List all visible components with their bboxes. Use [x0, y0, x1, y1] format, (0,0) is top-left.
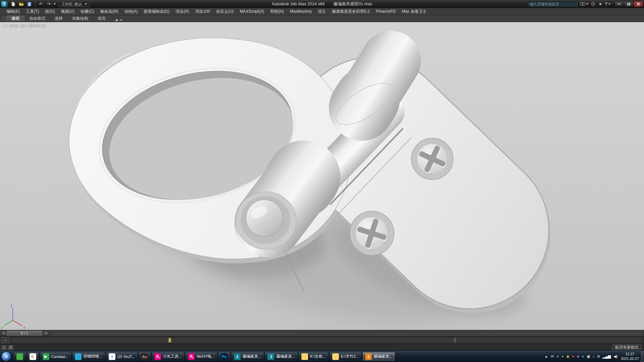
tray-icon[interactable]: ♪	[593, 355, 595, 358]
viewport-label-menu[interactable]: [+] [透视] [默认明暗处理]	[3, 23, 46, 28]
taskbar-button[interactable]	[14, 352, 26, 361]
menu-item[interactable]: PhoenixFD	[373, 8, 399, 15]
tray-icon[interactable]: ●	[556, 355, 559, 358]
taskbar-button[interactable]: 丸 №247电...	[185, 352, 217, 361]
tray-icon[interactable]: ◀)	[613, 355, 617, 358]
favorites-button[interactable]: ★	[597, 1, 603, 7]
previous-frame-button[interactable]: <	[1, 331, 7, 336]
track-bar: ~ 1	[0, 336, 644, 344]
model-screw-top	[411, 138, 453, 180]
menu-item[interactable]: 渲染100	[192, 8, 213, 15]
taskbar-button[interactable]: 3 藤编家具...	[265, 352, 298, 361]
taskbar-button[interactable]: 哔哩哔哩...	[72, 352, 105, 361]
mini-curve-editor-button[interactable]: ~	[1, 337, 10, 343]
ribbon-tab[interactable]: 自由形式	[24, 15, 50, 22]
taskbar-button[interactable]: Au	[139, 352, 151, 361]
taskbar-button-label: 小丸工具...	[163, 354, 182, 359]
tray-icon[interactable]: ▲	[544, 355, 548, 358]
3dsmax-app-menu-button[interactable]: 3	[1, 1, 8, 7]
redo-button[interactable]: ↷	[45, 1, 52, 7]
menu-item[interactable]: 帮助(H)	[267, 8, 287, 15]
axis-x-label: x	[23, 325, 26, 329]
tray-icon[interactable]: ▂▄▆	[602, 355, 611, 358]
track-bar-ruler[interactable]: 1	[11, 337, 643, 343]
ribbon-tab[interactable]: 对象绘制	[67, 15, 93, 22]
taskbar-button[interactable]: 丸 小丸工具...	[152, 352, 185, 361]
search-button[interactable]	[580, 1, 589, 7]
show-desktop-button[interactable]	[640, 351, 644, 362]
workspace-dropdown-icon	[85, 3, 87, 5]
title-bar: 3 ↶ ↷ 工作区: 默认 Autodesk 3ds Max 2014 x64 …	[0, 0, 644, 8]
taskbar-app-icon: 丸	[154, 353, 161, 360]
taskbar-button[interactable]: K:\古色...	[299, 352, 329, 361]
taskbar-button[interactable]: ▶ Camtasi...	[40, 352, 71, 361]
taskbar-button[interactable]: Ps	[218, 352, 230, 361]
taskbar-buttons: C ▶ Camtasi... 哔哩哔哩... ● (2) YouT...	[13, 352, 396, 361]
menu-item[interactable]: 编辑(E)	[3, 8, 23, 15]
taskbar-button[interactable]: E:\天竹2...	[330, 352, 361, 361]
current-frame-marker	[168, 338, 171, 343]
perspective-viewport[interactable]: [+] [透视] [默认明暗处理]	[0, 22, 644, 330]
help-dropdown-icon	[608, 3, 611, 5]
menu-item[interactable]: 组(G)	[42, 8, 58, 15]
new-scene-button[interactable]	[10, 1, 17, 7]
tray-icon[interactable]: ●	[582, 355, 584, 358]
ribbon-tab[interactable]: 建模	[6, 15, 24, 22]
taskbar-button[interactable]: 3 藤编家具...	[231, 352, 264, 361]
undo-button[interactable]: ↶	[37, 1, 44, 7]
cancel-expert-mode-button[interactable]: 取消专家模式	[612, 344, 641, 351]
time-slider-handle[interactable]: 0 / 1	[7, 331, 42, 336]
tray-icon[interactable]: ◆	[566, 355, 569, 358]
open-file-button[interactable]	[18, 1, 25, 7]
close-button[interactable]	[634, 1, 643, 7]
minimize-button[interactable]	[614, 1, 624, 7]
taskbar-clock[interactable]: 21:37 2021-02-27	[621, 352, 639, 361]
taskbar-button[interactable]: ● (2) YouT...	[106, 352, 138, 361]
menu-item[interactable]: 自定义(U)	[213, 8, 237, 15]
tray-icon[interactable]: ■	[577, 355, 579, 358]
menu-item[interactable]: 视图(V)	[58, 8, 78, 15]
save-floppy-icon	[27, 2, 32, 6]
menu-item[interactable]: 渲染(R)	[172, 8, 192, 15]
next-frame-button[interactable]: >	[43, 331, 49, 336]
ribbon-tab[interactable]: 选择	[50, 15, 67, 22]
menu-item[interactable]: 渲云	[315, 8, 329, 15]
tray-icon[interactable]: ●	[572, 355, 574, 358]
isolate-selection-toggle[interactable]	[1, 345, 7, 350]
help-button[interactable]: ?	[605, 1, 611, 7]
communication-center-button[interactable]	[590, 1, 596, 7]
ribbon-grip-handle[interactable]	[3, 16, 4, 21]
menu-item[interactable]: 修改器(M)	[97, 8, 121, 15]
window-controls	[614, 1, 643, 7]
menu-item[interactable]: 动画(A)	[121, 8, 141, 15]
new-file-icon	[11, 2, 15, 6]
workspace-selector[interactable]: 工作区: 默认	[59, 1, 90, 7]
undo-history-dropdown-icon[interactable]	[53, 3, 56, 5]
search-input[interactable]	[528, 1, 579, 7]
chevron-up-icon	[115, 19, 118, 21]
taskbar-app-icon	[16, 353, 23, 360]
start-button[interactable]: ⊞	[1, 352, 11, 361]
tray-icon[interactable]: ●	[561, 355, 564, 358]
ribbon-minimize-button[interactable]	[115, 19, 122, 21]
menu-item[interactable]: 图形编辑器(D)	[141, 8, 172, 15]
taskbar-button[interactable]: C	[27, 352, 39, 361]
viewport-canvas[interactable]: z x y	[0, 22, 644, 330]
taskbar-button[interactable]: 3 藤编家具...	[362, 352, 395, 361]
menu-item[interactable]: 极速瘦身安全归档5.2	[329, 8, 373, 15]
tray-icon[interactable]: ▣	[587, 355, 590, 358]
ribbon-tab[interactable]: 填充	[93, 15, 110, 22]
menu-item[interactable]: 创建(C)	[78, 8, 97, 15]
maximize-button[interactable]	[624, 1, 634, 7]
menu-item[interactable]: MaxMummy	[287, 8, 315, 15]
time-slider-track[interactable]	[50, 331, 643, 336]
selection-lock-toggle[interactable]	[8, 345, 13, 350]
menu-item[interactable]: 工具(T)	[23, 8, 42, 15]
tray-icon[interactable]: ✉	[551, 355, 554, 358]
product-title: Autodesk 3ds Max 2014 x64	[272, 2, 325, 6]
tray-icon[interactable]: A	[597, 355, 600, 358]
taskbar-button-label: K:\古色...	[310, 354, 326, 359]
menu-item[interactable]: MAXScript(X)	[237, 8, 267, 15]
menu-item[interactable]: Max 杀毒卫士	[399, 8, 430, 15]
save-file-button[interactable]	[26, 1, 33, 7]
